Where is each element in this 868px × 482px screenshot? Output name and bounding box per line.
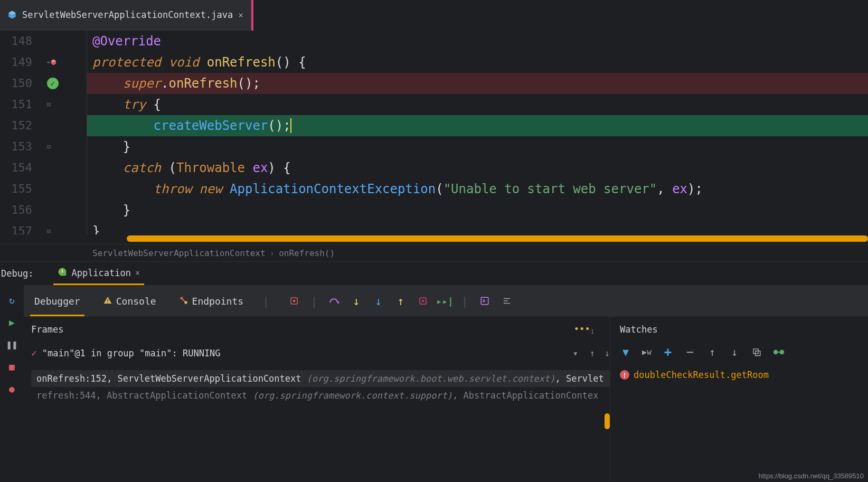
trace-button[interactable] — [501, 295, 513, 307]
code-token: ex — [252, 157, 268, 178]
code-token: ( — [436, 178, 443, 200]
move-down-button[interactable]: ↓ — [729, 346, 740, 358]
svg-rect-2 — [107, 299, 108, 301]
breadcrumbs[interactable]: ServletWebServerApplicationContext › onR… — [0, 244, 868, 261]
caret — [290, 118, 291, 133]
stop-button[interactable]: ■ — [5, 359, 20, 374]
glasses-icon[interactable] — [773, 346, 785, 358]
breadcrumb-class[interactable]: ServletWebServerApplicationContext — [92, 248, 266, 258]
code-token — [245, 157, 252, 178]
code-token: ex — [672, 178, 687, 200]
rerun-button[interactable]: ↻ — [5, 292, 20, 307]
show-execution-point-button[interactable] — [288, 295, 300, 307]
line-number: 155 — [0, 178, 45, 200]
close-icon[interactable]: × — [238, 10, 243, 20]
code-line[interactable]: 156 } — [0, 200, 868, 221]
debug-body: ↻ ▶ ❚❚ ■ ● Debugger Console Endpoints | — [0, 285, 868, 482]
code-line[interactable]: 150 ✓ super.onRefresh(); — [0, 73, 868, 94]
prev-frame-button[interactable]: ↑ — [590, 348, 595, 358]
new-watch-play-icon[interactable]: ▶w — [642, 347, 652, 357]
tab-endpoints[interactable]: Endpoints — [175, 286, 248, 316]
debug-actions-rail: ↻ ▶ ❚❚ ■ ● — [0, 285, 24, 482]
gutter — [45, 31, 87, 52]
code-token: void — [169, 52, 200, 73]
line-number: 151 — [0, 94, 45, 115]
duplicate-watch-button[interactable] — [751, 346, 762, 358]
watermark-url: https://blog.csdn.net/qq_33589510 — [759, 472, 864, 480]
line-number: 150 — [0, 73, 45, 94]
code-line[interactable]: 151 ⊟ try { — [0, 94, 868, 115]
step-over-button[interactable] — [328, 295, 340, 307]
tab-label: Console — [116, 296, 156, 307]
gutter — [45, 52, 87, 73]
svg-point-7 — [293, 300, 296, 303]
code-line[interactable]: 148 @Override — [0, 31, 868, 52]
code-line[interactable]: 154 catch (Throwable ex) { — [0, 157, 868, 178]
svg-point-5 — [184, 301, 187, 304]
step-out-button[interactable]: ↑ — [395, 295, 407, 307]
resume-button[interactable]: ▶ — [5, 315, 20, 329]
file-tab[interactable]: ServletWebServerApplicationContext.java … — [0, 0, 251, 31]
code-line[interactable]: 153 ⊟ } — [0, 136, 868, 157]
toolbar-separator: | — [310, 295, 317, 308]
gutter: ⊟ — [45, 136, 87, 157]
fold-marker-icon[interactable]: ⊟ — [47, 136, 51, 157]
code-line[interactable]: 157 ⊟ } — [0, 221, 868, 234]
move-up-button[interactable]: ↑ — [706, 346, 718, 358]
svg-point-13 — [780, 350, 785, 355]
filter-icon[interactable]: ▼ — [620, 346, 631, 358]
svg-point-4 — [180, 297, 183, 299]
warning-icon — [103, 296, 112, 307]
frame-method: refresh:544, AbstractApplicationContext — [36, 390, 252, 401]
gutter: ⊟ — [45, 221, 87, 234]
evaluate-expression-button[interactable] — [479, 295, 490, 307]
fold-marker-icon[interactable]: ⊟ — [47, 221, 51, 234]
breakpoint-pass-icon[interactable]: ✓ — [47, 78, 59, 89]
next-frame-button[interactable]: ↓ — [605, 348, 610, 358]
debug-main: Debugger Console Endpoints | | ↓ ↓ — [24, 285, 868, 482]
remove-watch-button[interactable]: − — [684, 346, 696, 358]
code-line[interactable]: 152 createWebServer(); — [0, 115, 868, 136]
fold-marker-icon[interactable]: ⊟ — [47, 94, 51, 115]
code-token: , — [657, 178, 672, 200]
editor-tab-bar: ServletWebServerApplicationContext.java … — [0, 0, 868, 31]
gutter: ✓ — [45, 73, 87, 94]
step-into-button[interactable]: ↓ — [351, 295, 362, 307]
java-class-icon — [7, 10, 17, 20]
code-token: onRefresh — [207, 52, 276, 73]
tab-label: Debugger — [34, 296, 80, 307]
tab-debugger[interactable]: Debugger — [30, 286, 84, 316]
method-override-icon[interactable] — [47, 58, 58, 67]
watch-entry-error[interactable]: ! doubleCheckResult.getRoom — [620, 370, 863, 380]
code-token: throw — [154, 178, 192, 200]
breadcrumb-method[interactable]: onRefresh() — [279, 248, 335, 258]
stack-frame[interactable]: refresh:544, AbstractApplicationContext … — [31, 387, 610, 404]
thread-selector[interactable]: ✓ "main"@1 in group "main": RUNNING ▾ ↑ … — [31, 347, 610, 358]
run-configuration-tab[interactable]: Application × — [53, 262, 144, 285]
more-icon[interactable]: •••1 — [574, 325, 594, 335]
code-line[interactable]: 149 protected void onRefresh() { — [0, 52, 868, 73]
drop-frame-button[interactable] — [417, 295, 429, 307]
frame-package: (org.springframework.context.support) — [252, 390, 452, 401]
force-step-into-button[interactable]: ↓ — [373, 295, 384, 307]
svg-point-1 — [63, 273, 67, 276]
add-watch-button[interactable]: + — [662, 346, 674, 358]
pause-button[interactable]: ❚❚ — [5, 337, 20, 352]
code-line[interactable]: 155 throw new ApplicationContextExceptio… — [0, 178, 868, 200]
breakpoint-view-button[interactable]: ● — [5, 381, 20, 396]
watch-expression: doubleCheckResult.getRoom — [634, 370, 769, 380]
frames-scrollbar[interactable] — [605, 413, 610, 429]
tab-console[interactable]: Console — [99, 286, 161, 316]
code-token: ( — [161, 157, 176, 178]
code-token: protected — [92, 52, 161, 73]
close-icon[interactable]: × — [135, 268, 140, 278]
run-to-cursor-button[interactable]: ▸▸| — [439, 295, 451, 307]
code-token: ) { — [268, 157, 290, 178]
frame-list: onRefresh:152, ServletWebServerApplicati… — [31, 370, 610, 404]
chevron-down-icon[interactable]: ▾ — [573, 348, 578, 358]
code-token: (); — [268, 115, 290, 136]
code-editor[interactable]: 148 @Override 149 protected void onRefre… — [0, 31, 868, 261]
stack-frame[interactable]: onRefresh:152, ServletWebServerApplicati… — [31, 370, 610, 387]
horizontal-scrollbar[interactable] — [127, 235, 868, 242]
thread-status: "main"@1 in group "main": RUNNING — [42, 348, 221, 358]
